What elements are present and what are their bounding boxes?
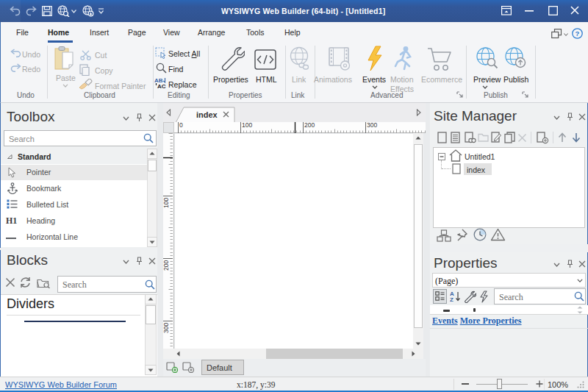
svg-text:AC: AC [157, 83, 166, 89]
svg-text:Z: Z [450, 296, 453, 302]
svg-text:100: 100 [163, 198, 170, 208]
svg-text:?: ? [576, 29, 580, 38]
svg-text:200: 200 [163, 260, 170, 271]
svg-text:100: 100 [242, 122, 252, 129]
svg-text:300: 300 [163, 323, 170, 333]
svg-text:200: 200 [304, 122, 315, 129]
svg-text:0: 0 [179, 122, 183, 129]
svg-text:300: 300 [367, 122, 377, 129]
